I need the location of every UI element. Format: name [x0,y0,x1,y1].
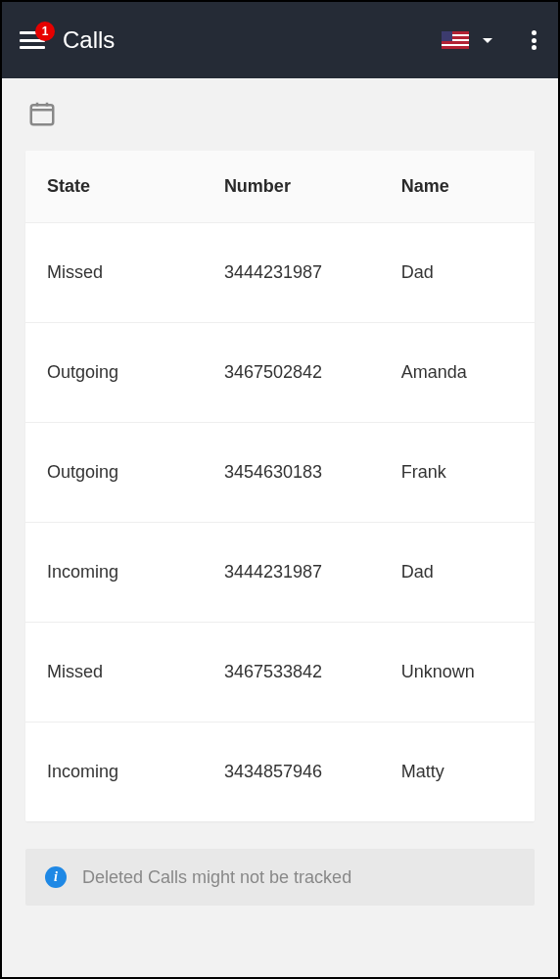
cell-state: Incoming [47,562,224,583]
cell-name: Matty [401,762,513,782]
column-header-state[interactable]: State [47,176,224,197]
column-header-number[interactable]: Number [224,176,401,197]
table-row[interactable]: Incoming 3444231987 Dad [25,523,535,623]
chevron-down-icon [483,38,492,43]
cell-name: Dad [401,562,513,583]
cell-name: Amanda [401,362,513,383]
calls-table: State Number Name Missed 3444231987 Dad … [25,151,535,821]
language-selector[interactable] [442,31,528,49]
table-header-row: State Number Name [25,151,535,223]
us-flag-icon [442,31,469,49]
cell-name: Unknown [401,662,513,682]
calendar-button[interactable] [25,98,535,151]
table-row[interactable]: Incoming 3434857946 Matty [25,723,535,821]
calendar-icon [27,98,57,129]
cell-state: Outgoing [47,462,224,483]
notification-badge: 1 [35,22,55,41]
info-icon [45,866,67,888]
column-header-name[interactable]: Name [401,176,513,197]
cell-number: 3467502842 [224,362,401,383]
cell-state: Missed [47,662,224,682]
info-message: Deleted Calls might not be tracked [82,867,351,888]
table-row[interactable]: Outgoing 3454630183 Frank [25,423,535,523]
menu-button[interactable]: 1 [20,31,45,49]
table-row[interactable]: Missed 3467533842 Unknown [25,623,535,723]
cell-number: 3454630183 [224,462,401,483]
page-title: Calls [63,26,442,54]
cell-state: Missed [47,262,224,283]
table-row[interactable]: Outgoing 3467502842 Amanda [25,323,535,423]
app-header: 1 Calls [2,2,558,78]
cell-number: 3467533842 [224,662,401,682]
cell-name: Frank [401,462,513,483]
cell-number: 3434857946 [224,762,401,782]
cell-number: 3444231987 [224,262,401,283]
main-content: State Number Name Missed 3444231987 Dad … [2,78,558,925]
cell-number: 3444231987 [224,562,401,583]
more-options-button[interactable] [528,30,540,50]
svg-rect-0 [31,105,54,124]
info-banner: Deleted Calls might not be tracked [25,849,535,906]
cell-name: Dad [401,262,513,283]
cell-state: Outgoing [47,362,224,383]
cell-state: Incoming [47,762,224,782]
table-row[interactable]: Missed 3444231987 Dad [25,223,535,323]
